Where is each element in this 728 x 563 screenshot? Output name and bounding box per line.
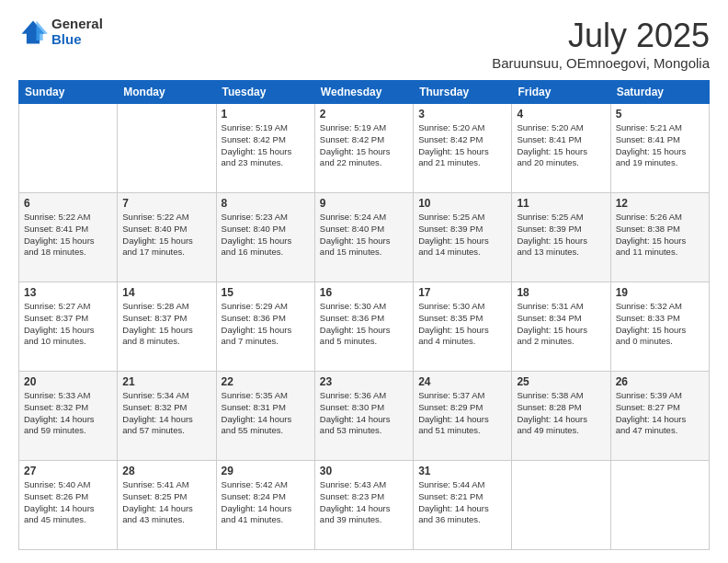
day-info: Sunrise: 5:20 AM Sunset: 8:42 PM Dayligh…	[418, 122, 506, 169]
logo-blue: Blue	[51, 32, 103, 48]
calendar-cell: 19Sunrise: 5:32 AM Sunset: 8:33 PM Dayli…	[610, 282, 709, 372]
day-info: Sunrise: 5:29 AM Sunset: 8:36 PM Dayligh…	[222, 301, 310, 348]
day-info: Sunrise: 5:44 AM Sunset: 8:21 PM Dayligh…	[418, 479, 506, 526]
day-number: 4	[517, 108, 605, 121]
day-number: 22	[222, 375, 310, 388]
day-info: Sunrise: 5:30 AM Sunset: 8:36 PM Dayligh…	[320, 301, 408, 348]
day-info: Sunrise: 5:36 AM Sunset: 8:30 PM Dayligh…	[320, 390, 408, 437]
day-info: Sunrise: 5:19 AM Sunset: 8:42 PM Dayligh…	[320, 122, 408, 169]
calendar-cell: 25Sunrise: 5:38 AM Sunset: 8:28 PM Dayli…	[512, 372, 610, 461]
day-info: Sunrise: 5:38 AM Sunset: 8:28 PM Dayligh…	[517, 390, 605, 437]
day-info: Sunrise: 5:37 AM Sunset: 8:29 PM Dayligh…	[418, 390, 506, 437]
day-info: Sunrise: 5:39 AM Sunset: 8:27 PM Dayligh…	[616, 390, 704, 437]
day-number: 24	[418, 375, 506, 388]
calendar-cell: 20Sunrise: 5:33 AM Sunset: 8:32 PM Dayli…	[19, 372, 118, 461]
day-number: 26	[616, 375, 704, 388]
day-info: Sunrise: 5:24 AM Sunset: 8:40 PM Dayligh…	[320, 212, 408, 259]
main-title: July 2025	[492, 17, 710, 55]
calendar-cell: 14Sunrise: 5:28 AM Sunset: 8:37 PM Dayli…	[118, 282, 216, 372]
day-header-wednesday: Wednesday	[314, 81, 413, 104]
day-info: Sunrise: 5:30 AM Sunset: 8:35 PM Dayligh…	[418, 301, 506, 348]
logo-icon	[18, 17, 48, 47]
logo: General Blue	[18, 17, 103, 47]
day-info: Sunrise: 5:25 AM Sunset: 8:39 PM Dayligh…	[517, 212, 605, 259]
calendar-cell: 22Sunrise: 5:35 AM Sunset: 8:31 PM Dayli…	[216, 372, 314, 461]
calendar-cell: 31Sunrise: 5:44 AM Sunset: 8:21 PM Dayli…	[414, 461, 512, 550]
week-row-1: 6Sunrise: 5:22 AM Sunset: 8:41 PM Daylig…	[19, 193, 710, 282]
calendar-cell: 10Sunrise: 5:25 AM Sunset: 8:39 PM Dayli…	[414, 193, 512, 282]
day-info: Sunrise: 5:28 AM Sunset: 8:37 PM Dayligh…	[122, 301, 210, 348]
day-number: 7	[122, 197, 210, 210]
day-info: Sunrise: 5:21 AM Sunset: 8:41 PM Dayligh…	[616, 122, 704, 169]
day-number: 29	[222, 465, 310, 477]
day-number: 1	[222, 108, 310, 121]
subtitle: Baruunsuu, OEmnoegovi, Mongolia	[492, 55, 710, 71]
day-number: 3	[418, 108, 506, 121]
day-header-thursday: Thursday	[414, 81, 512, 104]
logo-general: General	[51, 17, 103, 32]
day-number: 6	[24, 197, 112, 210]
calendar-cell: 30Sunrise: 5:43 AM Sunset: 8:23 PM Dayli…	[314, 461, 413, 550]
day-header-tuesday: Tuesday	[216, 81, 314, 104]
day-info: Sunrise: 5:40 AM Sunset: 8:26 PM Dayligh…	[24, 479, 112, 526]
day-number: 5	[616, 108, 704, 121]
day-number: 13	[24, 286, 112, 299]
day-number: 25	[517, 375, 605, 388]
day-number: 18	[517, 286, 605, 299]
day-info: Sunrise: 5:22 AM Sunset: 8:40 PM Dayligh…	[122, 212, 210, 259]
calendar-cell: 11Sunrise: 5:25 AM Sunset: 8:39 PM Dayli…	[512, 193, 610, 282]
day-info: Sunrise: 5:41 AM Sunset: 8:25 PM Dayligh…	[122, 479, 210, 526]
day-number: 17	[418, 286, 506, 299]
day-number: 30	[320, 465, 408, 477]
day-number: 27	[24, 465, 112, 477]
day-info: Sunrise: 5:35 AM Sunset: 8:31 PM Dayligh…	[222, 390, 310, 437]
calendar-cell	[118, 104, 216, 193]
week-row-2: 13Sunrise: 5:27 AM Sunset: 8:37 PM Dayli…	[19, 282, 710, 372]
day-number: 12	[616, 197, 704, 210]
day-info: Sunrise: 5:42 AM Sunset: 8:24 PM Dayligh…	[222, 479, 310, 526]
calendar-cell: 1Sunrise: 5:19 AM Sunset: 8:42 PM Daylig…	[216, 104, 314, 193]
page: General Blue July 2025 Baruunsuu, OEmnoe…	[0, 0, 728, 563]
day-info: Sunrise: 5:25 AM Sunset: 8:39 PM Dayligh…	[418, 212, 506, 259]
calendar-table: SundayMondayTuesdayWednesdayThursdayFrid…	[18, 80, 710, 550]
day-number: 15	[222, 286, 310, 299]
day-number: 28	[122, 465, 210, 477]
day-number: 31	[418, 465, 506, 477]
calendar-cell	[512, 461, 610, 550]
calendar-header-row: SundayMondayTuesdayWednesdayThursdayFrid…	[19, 81, 710, 104]
calendar-cell: 7Sunrise: 5:22 AM Sunset: 8:40 PM Daylig…	[118, 193, 216, 282]
calendar-cell: 15Sunrise: 5:29 AM Sunset: 8:36 PM Dayli…	[216, 282, 314, 372]
day-info: Sunrise: 5:31 AM Sunset: 8:34 PM Dayligh…	[517, 301, 605, 348]
calendar-cell: 5Sunrise: 5:21 AM Sunset: 8:41 PM Daylig…	[610, 104, 709, 193]
svg-marker-1	[37, 20, 48, 40]
calendar-cell: 18Sunrise: 5:31 AM Sunset: 8:34 PM Dayli…	[512, 282, 610, 372]
day-number: 2	[320, 108, 408, 121]
day-info: Sunrise: 5:23 AM Sunset: 8:40 PM Dayligh…	[222, 212, 310, 259]
day-number: 16	[320, 286, 408, 299]
day-info: Sunrise: 5:26 AM Sunset: 8:38 PM Dayligh…	[616, 212, 704, 259]
logo-text: General Blue	[51, 17, 103, 47]
calendar-cell: 26Sunrise: 5:39 AM Sunset: 8:27 PM Dayli…	[610, 372, 709, 461]
calendar-cell: 29Sunrise: 5:42 AM Sunset: 8:24 PM Dayli…	[216, 461, 314, 550]
calendar-cell: 24Sunrise: 5:37 AM Sunset: 8:29 PM Dayli…	[414, 372, 512, 461]
calendar-cell: 12Sunrise: 5:26 AM Sunset: 8:38 PM Dayli…	[610, 193, 709, 282]
day-info: Sunrise: 5:19 AM Sunset: 8:42 PM Dayligh…	[222, 122, 310, 169]
calendar-cell: 17Sunrise: 5:30 AM Sunset: 8:35 PM Dayli…	[414, 282, 512, 372]
day-number: 10	[418, 197, 506, 210]
day-info: Sunrise: 5:34 AM Sunset: 8:32 PM Dayligh…	[122, 390, 210, 437]
day-number: 23	[320, 375, 408, 388]
calendar-cell: 21Sunrise: 5:34 AM Sunset: 8:32 PM Dayli…	[118, 372, 216, 461]
calendar-cell: 27Sunrise: 5:40 AM Sunset: 8:26 PM Dayli…	[19, 461, 118, 550]
day-number: 8	[222, 197, 310, 210]
calendar-cell: 4Sunrise: 5:20 AM Sunset: 8:41 PM Daylig…	[512, 104, 610, 193]
day-header-sunday: Sunday	[19, 81, 118, 104]
week-row-3: 20Sunrise: 5:33 AM Sunset: 8:32 PM Dayli…	[19, 372, 710, 461]
day-number: 20	[24, 375, 112, 388]
day-header-saturday: Saturday	[610, 81, 709, 104]
day-info: Sunrise: 5:32 AM Sunset: 8:33 PM Dayligh…	[616, 301, 704, 348]
calendar-cell	[610, 461, 709, 550]
day-number: 21	[122, 375, 210, 388]
calendar-cell: 3Sunrise: 5:20 AM Sunset: 8:42 PM Daylig…	[414, 104, 512, 193]
week-row-0: 1Sunrise: 5:19 AM Sunset: 8:42 PM Daylig…	[19, 104, 710, 193]
calendar-cell: 2Sunrise: 5:19 AM Sunset: 8:42 PM Daylig…	[314, 104, 413, 193]
